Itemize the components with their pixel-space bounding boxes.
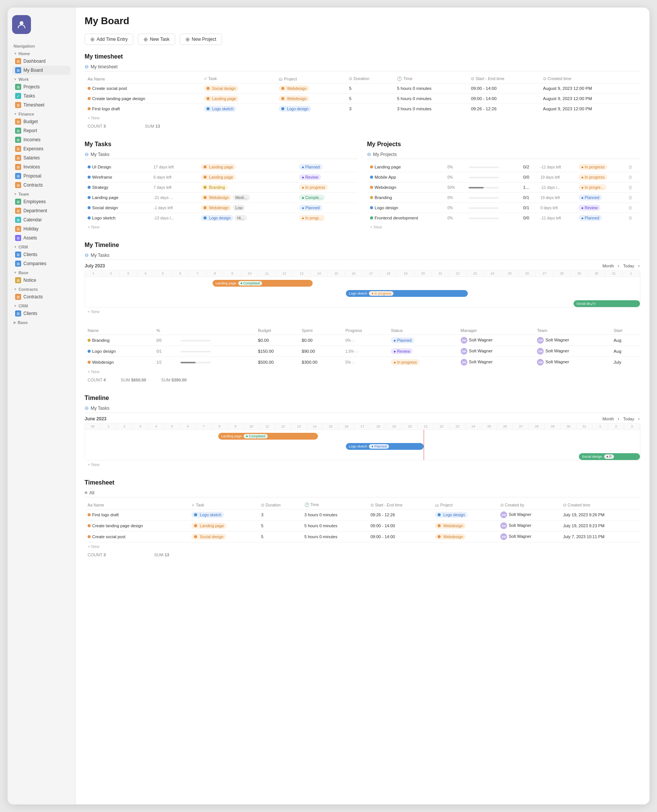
timeline-date-cell: 19 xyxy=(397,270,414,276)
pb-bar xyxy=(176,357,255,368)
ts-duration: 5 xyxy=(346,83,394,94)
col-proj-name: Name xyxy=(84,326,153,335)
proj-action[interactable]: 🗑 xyxy=(625,162,640,172)
proj-action[interactable]: 🗑 xyxy=(625,182,640,193)
sidebar-item-assets[interactable]: ⊞ Assets xyxy=(12,234,71,243)
task-detail: -21 days ... xyxy=(150,193,198,203)
timeline-prev-btn[interactable]: ‹ xyxy=(617,263,620,268)
timeline-title: My Timeline xyxy=(84,242,640,248)
proj-action[interactable]: 🗑 xyxy=(625,203,640,213)
tasks-title: My Tasks xyxy=(84,141,358,148)
app-logo xyxy=(12,15,31,34)
task-row: Logo sketch -13 days l... Logo designHi.… xyxy=(84,213,358,223)
sidebar-item-salaries[interactable]: ⊞ Salaries xyxy=(12,153,71,162)
tasks-new-row[interactable]: + New xyxy=(84,223,358,231)
timeline-date-cell: 13 xyxy=(291,423,307,429)
timeline-date-cell: 24 xyxy=(466,423,481,429)
sidebar-item-expenses[interactable]: ⊞ Expenses xyxy=(12,144,71,153)
sidebar-item-notice[interactable]: ⊞ Notice xyxy=(12,276,71,285)
ts-name: Create social post xyxy=(84,83,201,94)
bts-col-created-time: ⊙ Created time xyxy=(560,500,640,510)
timeline2-new-row[interactable]: + New xyxy=(84,460,640,469)
sidebar-item-proposal[interactable]: ⊞ Proposal xyxy=(12,171,71,181)
col-duration: ⊙ Duration xyxy=(346,75,394,83)
ts-duration: 5 xyxy=(346,94,394,104)
sidebar-item-incomes[interactable]: ⊞ Incomes xyxy=(12,135,71,144)
sidebar-item-dashboard[interactable]: ⊞ Dashboard xyxy=(12,57,71,66)
proj-status: ● Planned xyxy=(575,213,625,223)
proj-tasks: 0/0 xyxy=(520,213,538,223)
timeline2-prev-btn[interactable]: ‹ xyxy=(617,416,620,421)
bottom-ts-new-row[interactable]: + New xyxy=(84,542,640,551)
new-project-button[interactable]: ⊕ New Project xyxy=(180,34,222,45)
timeline-today[interactable]: Today xyxy=(623,263,634,268)
timeline2-next-btn[interactable]: › xyxy=(637,416,640,421)
sidebar-item-clients2[interactable]: ⊞ Clients xyxy=(12,309,71,318)
pb-pct: 0/0 xyxy=(153,335,176,346)
sidebar-item-invoices[interactable]: ⊞ Invoices xyxy=(12,162,71,171)
proj-action[interactable]: 🗑 xyxy=(625,193,640,203)
bts-duration: 3 xyxy=(258,510,301,521)
sidebar-item-myboard[interactable]: ⊞ My Board xyxy=(12,66,71,75)
sidebar-item-contracts[interactable]: ⊞ Contracts xyxy=(12,292,71,301)
col-start-end: ⊙ Start - End time xyxy=(468,75,540,83)
timeline-date-cell: 28 xyxy=(529,423,545,429)
pb-status: ● Review xyxy=(388,346,457,357)
timeline2-nav: Month ‹ Today › xyxy=(602,416,640,421)
sidebar-item-contracts-finance[interactable]: ⊞ Contracts xyxy=(12,181,71,190)
timeline2-today[interactable]: Today xyxy=(623,416,634,421)
task-status: ● Comple... xyxy=(296,193,358,203)
salaries-icon: ⊞ xyxy=(15,155,21,161)
bts-created-time: July 19, 2023 9:23 PM xyxy=(560,521,640,531)
sidebar-item-timesheet[interactable]: ⊞ Timesheet xyxy=(12,100,71,109)
tasks-subtitle: ⊖ My Tasks xyxy=(84,150,358,159)
sidebar-item-companies[interactable]: ⊞ Companies xyxy=(12,259,71,268)
timesheet-new-row[interactable]: + New xyxy=(84,114,640,122)
new-task-button[interactable]: ⊕ New Task xyxy=(138,34,175,45)
sidebar-item-clients[interactable]: ⊞ Clients xyxy=(12,250,71,259)
proj-action[interactable]: 🗑 xyxy=(625,213,640,223)
bottom-timesheet-subtitle: ≡ All xyxy=(84,488,640,497)
timeline-new-row[interactable]: + New xyxy=(84,307,640,316)
timeline-date-cell: 14 xyxy=(307,423,323,429)
bts-duration: 5 xyxy=(258,521,301,531)
sidebar-item-employees[interactable]: ⊞ Employees xyxy=(12,197,71,206)
timeline-bar: Logo sketch● Planned xyxy=(346,443,423,450)
timesheet-icon: ⊞ xyxy=(15,102,21,108)
proj-budget-count: COUNT 4 SUM $650.00 SUM $390.00 xyxy=(84,376,640,384)
projects-budget-section: Name % Budget Spent Progress Status Mana… xyxy=(84,326,640,384)
col-proj-spent: Spent xyxy=(299,326,343,335)
proj-action[interactable]: 🗑 xyxy=(625,172,640,182)
bts-duration: 5 xyxy=(258,531,301,542)
section-work: ▼ Work xyxy=(12,75,71,82)
timeline-date-cell: 18 xyxy=(380,270,397,276)
projects-new-row[interactable]: + New xyxy=(367,223,640,231)
timeline-date-cell: 20 xyxy=(402,423,418,429)
sidebar-item-holiday[interactable]: ⊞ Holiday xyxy=(12,224,71,234)
timeline2-header: June 2023 Month ‹ Today › xyxy=(84,416,640,421)
timeline-bar: Social design● P xyxy=(579,453,640,460)
proj-budget-row: Webdesign 1/2 $500.00 $300.00 5% ◌ ● In … xyxy=(84,357,640,368)
timeline-date-cell: 16 xyxy=(345,270,363,276)
sidebar-item-projects[interactable]: ⊞ Projects xyxy=(12,82,71,91)
task-status: ● In progr... xyxy=(296,213,358,223)
timeline-date-cell: 1 xyxy=(101,423,117,429)
proj-tasks: 0/1 xyxy=(520,203,538,213)
proj-pct: 0% xyxy=(444,203,464,213)
bts-task: Logo sketch xyxy=(188,510,258,521)
sidebar-item-report[interactable]: ⊞ Report xyxy=(12,126,71,135)
sidebar-item-tasks[interactable]: ✓ Tasks xyxy=(12,91,71,100)
timeline-next-btn[interactable]: › xyxy=(637,263,640,268)
proj-budget-new-row[interactable]: + New xyxy=(84,368,640,376)
task-row: Landing page -21 days ... WebdesignMedi.… xyxy=(84,193,358,203)
sidebar-item-budget[interactable]: ⊞ Budget xyxy=(12,117,71,126)
ts-start-end: 09:00 - 14:00 xyxy=(468,83,540,94)
timeline-date-cell: 3 xyxy=(120,270,137,276)
sidebar-item-calendar[interactable]: ⊞ Calendar xyxy=(12,215,71,224)
sidebar-item-department[interactable]: ⊞ Department xyxy=(12,206,71,215)
timeline-date-cell: 22 xyxy=(434,423,450,429)
add-time-entry-button[interactable]: ⊕ Add Time Entry xyxy=(84,34,133,45)
proj-days: 0 days left xyxy=(537,203,575,213)
timeline-date-cell: 12 xyxy=(276,270,293,276)
add-time-icon: ⊕ xyxy=(90,36,95,42)
